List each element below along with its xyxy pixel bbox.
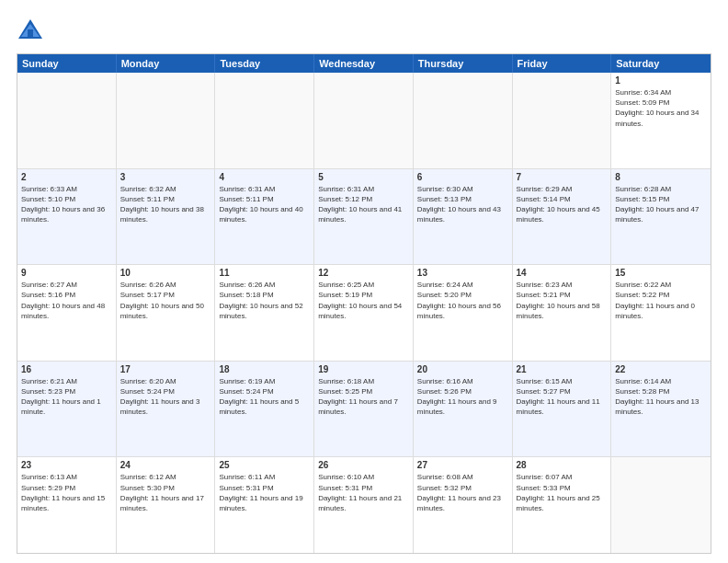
day-number: 8: [615, 172, 707, 182]
cal-cell-3-1: 17Sunrise: 6:20 AM Sunset: 5:24 PM Dayli…: [117, 362, 216, 457]
cal-header-thursday: Thursday: [414, 54, 513, 73]
day-info: Sunrise: 6:27 AM Sunset: 5:16 PM Dayligh…: [21, 280, 112, 321]
cal-cell-4-5: 28Sunrise: 6:07 AM Sunset: 5:33 PM Dayli…: [513, 457, 612, 553]
cal-cell-2-3: 12Sunrise: 6:25 AM Sunset: 5:19 PM Dayli…: [314, 265, 414, 361]
day-info: Sunrise: 6:16 AM Sunset: 5:26 PM Dayligh…: [417, 376, 508, 418]
cal-cell-2-5: 14Sunrise: 6:23 AM Sunset: 5:21 PM Dayli…: [513, 265, 612, 361]
cal-cell-3-5: 21Sunrise: 6:15 AM Sunset: 5:27 PM Dayli…: [513, 362, 612, 457]
day-number: 5: [318, 172, 409, 182]
cal-cell-1-1: 3Sunrise: 6:32 AM Sunset: 5:11 PM Daylig…: [117, 169, 216, 265]
cal-cell-0-6: 1Sunrise: 6:34 AM Sunset: 5:09 PM Daylig…: [611, 73, 711, 168]
cal-cell-1-6: 8Sunrise: 6:28 AM Sunset: 5:15 PM Daylig…: [611, 169, 711, 265]
day-number: 12: [318, 268, 409, 278]
day-info: Sunrise: 6:12 AM Sunset: 5:30 PM Dayligh…: [120, 472, 211, 513]
cal-cell-0-4: [414, 73, 513, 168]
day-number: 23: [21, 460, 112, 470]
day-info: Sunrise: 6:26 AM Sunset: 5:17 PM Dayligh…: [120, 280, 211, 321]
page: SundayMondayTuesdayWednesdayThursdayFrid…: [0, 0, 728, 563]
cal-cell-1-3: 5Sunrise: 6:31 AM Sunset: 5:12 PM Daylig…: [314, 169, 414, 265]
day-number: 19: [318, 364, 409, 374]
day-number: 26: [318, 460, 409, 470]
cal-cell-4-6: [611, 457, 711, 553]
day-number: 13: [417, 268, 508, 278]
day-info: Sunrise: 6:07 AM Sunset: 5:33 PM Dayligh…: [517, 472, 608, 513]
day-number: 1: [615, 75, 707, 86]
calendar: SundayMondayTuesdayWednesdayThursdayFrid…: [17, 53, 711, 554]
cal-header-sunday: Sunday: [17, 54, 117, 73]
day-number: 17: [120, 364, 211, 374]
day-info: Sunrise: 6:10 AM Sunset: 5:31 PM Dayligh…: [318, 472, 409, 513]
day-info: Sunrise: 6:24 AM Sunset: 5:20 PM Dayligh…: [417, 280, 508, 321]
day-number: 25: [219, 460, 310, 470]
cal-cell-0-1: [117, 73, 216, 168]
cal-cell-3-3: 19Sunrise: 6:18 AM Sunset: 5:25 PM Dayli…: [314, 362, 414, 457]
cal-cell-3-6: 22Sunrise: 6:14 AM Sunset: 5:28 PM Dayli…: [611, 362, 711, 457]
day-number: 4: [219, 172, 310, 182]
day-info: Sunrise: 6:14 AM Sunset: 5:28 PM Dayligh…: [615, 376, 707, 418]
day-info: Sunrise: 6:25 AM Sunset: 5:19 PM Dayligh…: [318, 280, 409, 321]
day-number: 6: [417, 172, 508, 182]
cal-cell-2-4: 13Sunrise: 6:24 AM Sunset: 5:20 PM Dayli…: [414, 265, 513, 361]
day-number: 20: [417, 364, 508, 374]
day-info: Sunrise: 6:15 AM Sunset: 5:27 PM Dayligh…: [517, 376, 608, 418]
cal-header-friday: Friday: [513, 54, 612, 73]
cal-cell-2-0: 9Sunrise: 6:27 AM Sunset: 5:16 PM Daylig…: [17, 265, 117, 361]
day-number: 15: [615, 268, 707, 278]
cal-header-monday: Monday: [117, 54, 216, 73]
calendar-body: 1Sunrise: 6:34 AM Sunset: 5:09 PM Daylig…: [17, 73, 711, 553]
cal-cell-1-5: 7Sunrise: 6:29 AM Sunset: 5:14 PM Daylig…: [513, 169, 612, 265]
cal-cell-4-4: 27Sunrise: 6:08 AM Sunset: 5:32 PM Dayli…: [414, 457, 513, 553]
calendar-row-3: 16Sunrise: 6:21 AM Sunset: 5:23 PM Dayli…: [17, 362, 711, 458]
cal-cell-1-0: 2Sunrise: 6:33 AM Sunset: 5:10 PM Daylig…: [17, 169, 117, 265]
cal-header-saturday: Saturday: [611, 54, 711, 73]
cal-cell-4-1: 24Sunrise: 6:12 AM Sunset: 5:30 PM Dayli…: [117, 457, 216, 553]
day-info: Sunrise: 6:32 AM Sunset: 5:11 PM Dayligh…: [120, 184, 211, 225]
calendar-row-4: 23Sunrise: 6:13 AM Sunset: 5:29 PM Dayli…: [17, 457, 711, 553]
calendar-row-2: 9Sunrise: 6:27 AM Sunset: 5:16 PM Daylig…: [17, 265, 711, 362]
cal-cell-1-2: 4Sunrise: 6:31 AM Sunset: 5:11 PM Daylig…: [215, 169, 314, 265]
day-number: 27: [417, 460, 508, 470]
header: [17, 17, 711, 44]
cal-cell-3-2: 18Sunrise: 6:19 AM Sunset: 5:24 PM Dayli…: [215, 362, 314, 457]
cal-cell-0-5: [513, 73, 612, 168]
day-info: Sunrise: 6:11 AM Sunset: 5:31 PM Dayligh…: [219, 472, 310, 513]
cal-cell-0-0: [17, 73, 117, 168]
cal-cell-4-3: 26Sunrise: 6:10 AM Sunset: 5:31 PM Dayli…: [314, 457, 414, 553]
cal-cell-4-2: 25Sunrise: 6:11 AM Sunset: 5:31 PM Dayli…: [215, 457, 314, 553]
day-number: 9: [21, 268, 112, 278]
cal-cell-0-3: [314, 73, 414, 168]
cal-cell-4-0: 23Sunrise: 6:13 AM Sunset: 5:29 PM Dayli…: [17, 457, 117, 553]
day-info: Sunrise: 6:34 AM Sunset: 5:09 PM Dayligh…: [615, 87, 707, 129]
day-number: 14: [517, 268, 608, 278]
day-info: Sunrise: 6:30 AM Sunset: 5:13 PM Dayligh…: [417, 184, 508, 225]
cal-header-wednesday: Wednesday: [314, 54, 414, 73]
day-info: Sunrise: 6:28 AM Sunset: 5:15 PM Dayligh…: [615, 184, 707, 225]
day-info: Sunrise: 6:26 AM Sunset: 5:18 PM Dayligh…: [219, 280, 310, 321]
day-number: 2: [21, 172, 112, 182]
day-info: Sunrise: 6:08 AM Sunset: 5:32 PM Dayligh…: [417, 472, 508, 513]
calendar-header: SundayMondayTuesdayWednesdayThursdayFrid…: [17, 54, 711, 73]
cal-cell-1-4: 6Sunrise: 6:30 AM Sunset: 5:13 PM Daylig…: [414, 169, 513, 265]
svg-rect-2: [28, 29, 33, 37]
cal-cell-3-0: 16Sunrise: 6:21 AM Sunset: 5:23 PM Dayli…: [17, 362, 117, 457]
cal-cell-2-1: 10Sunrise: 6:26 AM Sunset: 5:17 PM Dayli…: [117, 265, 216, 361]
day-number: 18: [219, 364, 310, 374]
logo: [17, 17, 48, 44]
cal-cell-0-2: [215, 73, 314, 168]
cal-cell-2-2: 11Sunrise: 6:26 AM Sunset: 5:18 PM Dayli…: [215, 265, 314, 361]
day-info: Sunrise: 6:19 AM Sunset: 5:24 PM Dayligh…: [219, 376, 310, 418]
cal-cell-3-4: 20Sunrise: 6:16 AM Sunset: 5:26 PM Dayli…: [414, 362, 513, 457]
calendar-row-0: 1Sunrise: 6:34 AM Sunset: 5:09 PM Daylig…: [17, 73, 711, 169]
day-info: Sunrise: 6:22 AM Sunset: 5:22 PM Dayligh…: [615, 280, 707, 321]
day-info: Sunrise: 6:13 AM Sunset: 5:29 PM Dayligh…: [21, 472, 112, 513]
day-number: 11: [219, 268, 310, 278]
logo-icon: [17, 17, 44, 44]
day-info: Sunrise: 6:23 AM Sunset: 5:21 PM Dayligh…: [517, 280, 608, 321]
day-info: Sunrise: 6:29 AM Sunset: 5:14 PM Dayligh…: [517, 184, 608, 225]
day-number: 7: [517, 172, 608, 182]
day-number: 21: [517, 364, 608, 374]
day-number: 16: [21, 364, 112, 374]
cal-cell-2-6: 15Sunrise: 6:22 AM Sunset: 5:22 PM Dayli…: [611, 265, 711, 361]
day-number: 10: [120, 268, 211, 278]
day-info: Sunrise: 6:18 AM Sunset: 5:25 PM Dayligh…: [318, 376, 409, 418]
